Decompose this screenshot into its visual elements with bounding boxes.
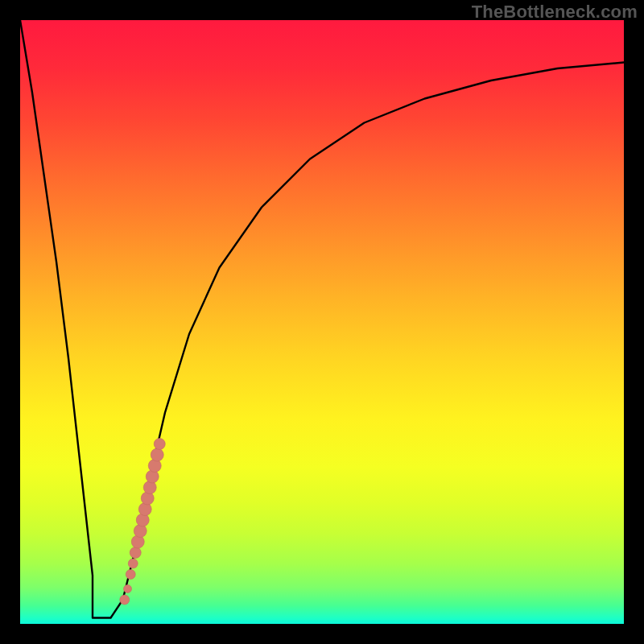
plot-area bbox=[20, 20, 624, 624]
watermark-text: TheBottleneck.com bbox=[472, 2, 638, 23]
highlight-dot bbox=[146, 470, 159, 483]
highlight-dot bbox=[141, 492, 154, 505]
highlight-dots bbox=[120, 439, 166, 605]
highlight-dot bbox=[124, 585, 132, 593]
highlight-dot bbox=[134, 525, 147, 538]
chart-frame: TheBottleneck.com bbox=[0, 0, 644, 644]
bottleneck-curve bbox=[20, 20, 624, 618]
highlight-dot bbox=[131, 535, 144, 548]
highlight-dot bbox=[138, 503, 151, 516]
highlight-dot bbox=[148, 460, 161, 473]
curve-svg bbox=[20, 20, 624, 624]
highlight-dot bbox=[136, 514, 149, 526]
highlight-dot bbox=[126, 570, 135, 580]
highlight-dot bbox=[151, 448, 163, 461]
highlight-dot bbox=[130, 547, 141, 559]
highlight-dot bbox=[128, 559, 138, 568]
highlight-dot bbox=[120, 595, 130, 605]
highlight-dot bbox=[143, 481, 156, 494]
highlight-dot bbox=[154, 439, 165, 450]
